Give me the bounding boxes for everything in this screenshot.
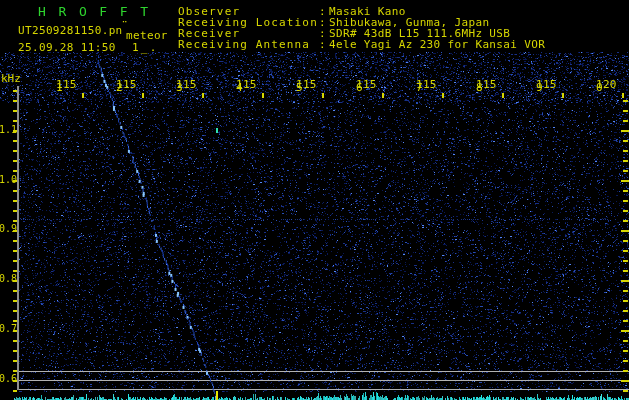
echo-counter: 1_. (132, 41, 158, 54)
info-row-observer: Observer : Masaki Kano (178, 5, 218, 16)
filename: UT2509281150.pn (18, 24, 123, 37)
hrofft-screen: H R O F F T UT2509281150.pn ¨ meteor 25.… (0, 0, 629, 400)
info-row-receiver: Receiver : SDR# 43dB L15 111.6MHz USB (178, 27, 218, 38)
info-value: 4ele Yagi Az 230 for Kansai VOR (329, 38, 545, 51)
info-row-antenna: Receiving Antenna : 4ele Yagi Az 230 for… (178, 38, 218, 49)
spectrogram-canvas (0, 0, 629, 400)
y-axis-unit-label: kHz (1, 72, 21, 85)
info-colon: : (319, 38, 326, 51)
observation-info: Observer : Masaki Kano Receiving Locatio… (178, 3, 618, 53)
datetime-label: 25.09.28 11:50 (18, 41, 116, 54)
info-label: Receiving Antenna (178, 38, 310, 51)
app-title: H R O F F T (38, 4, 151, 19)
info-row-location: Receiving Location : Shibukawa, Gunma, J… (178, 16, 218, 27)
